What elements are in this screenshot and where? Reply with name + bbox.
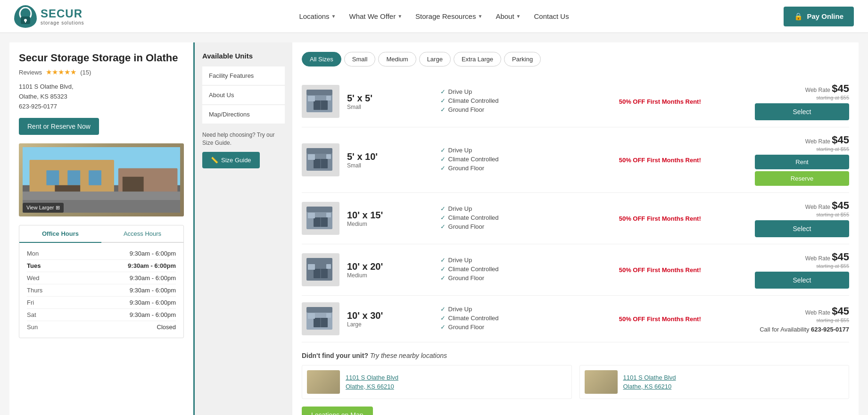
- select-button[interactable]: Select: [755, 220, 849, 237]
- promo-text: 50% OFF First Months Rent!: [619, 98, 747, 105]
- check-icon: ✓: [440, 106, 446, 113]
- reviews-row: Reviews ★★★★★ (15): [19, 68, 184, 76]
- hours-row: Mon 9:30am - 6:00pm: [27, 248, 176, 260]
- rent-reserve-button[interactable]: Rent or Reserve Now: [19, 118, 99, 135]
- nearby-address-link[interactable]: 1101 S Olathe Blvd: [346, 373, 398, 382]
- check-icon: ✓: [440, 97, 446, 104]
- check-icon: ✓: [440, 324, 446, 331]
- unit-image: [302, 302, 339, 335]
- unit-price: $45: [832, 305, 849, 317]
- logo[interactable]: SECUR storage solutions: [14, 5, 84, 28]
- web-rate: Web Rate $45 starting at $55: [755, 251, 849, 269]
- price-action: Web Rate $45 starting at $55 Rent Reserv…: [755, 134, 849, 186]
- size-filter-button[interactable]: Parking: [504, 52, 541, 66]
- size-guide-hint: Need help choosing? Try our Size Guide.: [202, 131, 285, 147]
- unit-row: 10' x 15' Medium ✓Drive Up✓Climate Contr…: [302, 193, 849, 244]
- unit-info: 10' x 20' Medium: [347, 261, 433, 279]
- reserve-button[interactable]: Reserve: [755, 171, 849, 186]
- hours-day: Fri: [27, 299, 34, 306]
- svg-rect-20: [326, 96, 331, 100]
- svg-rect-34: [306, 258, 332, 264]
- middle-panel: Available Units Facility FeaturesAbout U…: [193, 42, 292, 415]
- navbar: SECUR storage solutions Locations ▼ What…: [0, 0, 868, 33]
- nav-locations[interactable]: Locations ▼: [299, 12, 336, 20]
- check-icon: ✓: [440, 266, 446, 273]
- unit-price: $45: [832, 134, 849, 146]
- hours-day: Sun: [27, 324, 38, 331]
- nav-contact-us[interactable]: Contact Us: [534, 12, 569, 20]
- feature-item: ✓Ground Floor: [440, 324, 612, 331]
- svg-rect-43: [308, 313, 315, 319]
- facility-image: View Larger ⊞: [19, 143, 184, 216]
- size-filter-button[interactable]: All Sizes: [302, 52, 341, 66]
- units-list: 5' x 5' Small ✓Drive Up✓Climate Controll…: [302, 76, 849, 342]
- hours-table: Mon 9:30am - 6:00pm Tues 9:30am - 6:00pm…: [19, 243, 183, 338]
- facility-address: 1101 S Olathe Blvd, Olathe, KS 85323 623…: [19, 82, 184, 111]
- unit-row: 10' x 30' Large ✓Drive Up✓Climate Contro…: [302, 296, 849, 342]
- select-button[interactable]: Select: [755, 272, 849, 289]
- svg-rect-32: [326, 213, 331, 217]
- size-filter-button[interactable]: Extra Large: [454, 52, 501, 66]
- hours-time: 9:30am - 6:00pm: [130, 311, 176, 318]
- feature-item: ✓Ground Floor: [440, 223, 612, 230]
- locations-on-map-button[interactable]: Locations on Map: [302, 407, 373, 415]
- nav-about[interactable]: About ▼: [496, 12, 521, 20]
- hours-day: Tues: [27, 262, 41, 269]
- nav-what-we-offer[interactable]: What We Offer ▼: [349, 12, 403, 20]
- nearby-card: 1101 S Olathe Blvd Olathe, KS 66210: [579, 365, 850, 399]
- size-filter-button[interactable]: Medium: [378, 52, 416, 66]
- hours-time: 9:30am - 6:00pm: [130, 287, 176, 294]
- nearby-address: 1101 S Olathe Blvd Olathe, KS 66210: [623, 373, 676, 391]
- promo-text: 50% OFF First Months Rent!: [619, 315, 747, 323]
- unit-features: ✓Drive Up✓Climate Controlled✓Ground Floo…: [440, 205, 612, 232]
- hours-row: Thurs 9:30am - 6:00pm: [27, 284, 176, 297]
- hours-time: 9:30am - 6:00pm: [130, 299, 176, 306]
- hours-day: Wed: [27, 274, 40, 282]
- hours-row: Sun Closed: [27, 321, 176, 333]
- unit-info: 10' x 30' Large: [347, 310, 433, 328]
- size-guide-button[interactable]: 📏 Size Guide: [202, 152, 260, 168]
- sidebar-link[interactable]: Facility Features: [202, 66, 285, 85]
- unit-size: 5' x 5': [347, 93, 433, 104]
- feature-item: ✓Climate Controlled: [440, 266, 612, 273]
- price-action: Web Rate $45 starting at $55 Call for Av…: [755, 305, 849, 333]
- tab-access-hours[interactable]: Access Hours: [101, 225, 183, 243]
- view-larger-button[interactable]: View Larger ⊞: [23, 203, 64, 213]
- logo-icon: [14, 5, 37, 28]
- unit-features: ✓Drive Up✓Climate Controlled✓Ground Floo…: [440, 306, 612, 332]
- hours-row: Sat 9:30am - 6:00pm: [27, 309, 176, 321]
- size-filter-button[interactable]: Large: [419, 52, 451, 66]
- web-rate: Web Rate $45 starting at $55: [755, 305, 849, 323]
- price-action: Web Rate $45 starting at $55 Select: [755, 83, 849, 120]
- chevron-down-icon: ▼: [516, 14, 521, 19]
- unit-info: 5' x 5' Small: [347, 93, 433, 110]
- pay-online-button[interactable]: 🔒 Pay Online: [784, 7, 854, 26]
- nearby-address: 1101 S Olathe Blvd Olathe, KS 66210: [346, 373, 398, 391]
- hours-day: Mon: [27, 250, 39, 257]
- tab-office-hours[interactable]: Office Hours: [19, 225, 101, 243]
- promo-section: 50% OFF First Months Rent!: [619, 98, 747, 105]
- starting-at: starting at $55: [755, 146, 849, 152]
- size-filter-button[interactable]: Small: [344, 52, 376, 66]
- check-icon: ✓: [440, 315, 446, 322]
- nearby-card: 1101 S Olathe Blvd Olathe, KS 66210: [302, 365, 572, 399]
- select-button[interactable]: Select: [755, 103, 849, 120]
- rent-button[interactable]: Rent: [755, 155, 849, 169]
- sidebar-link[interactable]: Map/Directions: [202, 105, 285, 124]
- chevron-down-icon: ▼: [397, 14, 402, 19]
- logo-tagline: storage solutions: [41, 20, 84, 25]
- feature-item: ✓Drive Up: [440, 205, 612, 212]
- svg-rect-31: [308, 213, 315, 218]
- promo-section: 50% OFF First Months Rent!: [619, 157, 747, 164]
- unit-price: $45: [832, 199, 849, 211]
- unit-image: [302, 85, 339, 118]
- nearby-address-link[interactable]: 1101 S Olathe Blvd: [623, 373, 676, 382]
- check-icon: ✓: [440, 274, 446, 282]
- web-rate: Web Rate $45 starting at $55: [755, 83, 849, 100]
- nearby-city-link[interactable]: Olathe, KS 66210: [623, 382, 676, 391]
- nav-storage-resources[interactable]: Storage Resources ▼: [415, 12, 482, 20]
- check-icon: ✓: [440, 165, 446, 172]
- svg-rect-10: [89, 171, 101, 185]
- sidebar-link[interactable]: About Us: [202, 86, 285, 104]
- nearby-city-link[interactable]: Olathe, KS 66210: [346, 382, 398, 391]
